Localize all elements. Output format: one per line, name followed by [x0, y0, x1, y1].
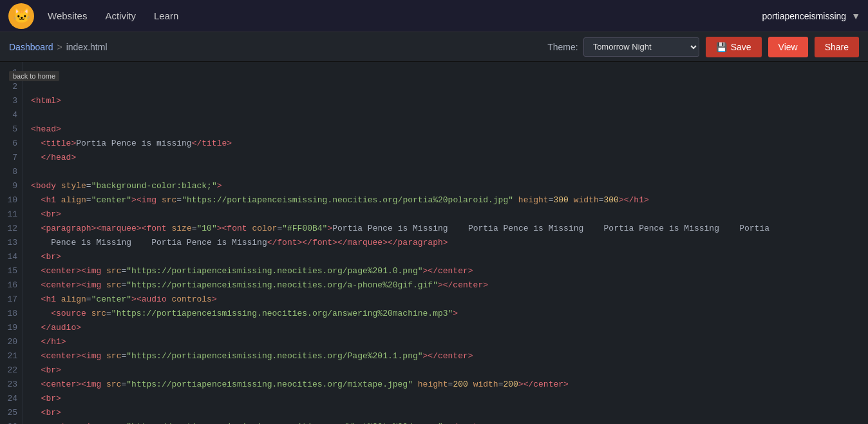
code-line: <br> — [31, 250, 868, 264]
line-number: 21 — [3, 349, 17, 363]
code-editor: 1234567891011121314151617181920212223242… — [0, 62, 868, 424]
code-line: <title>Portia Pence is missing</title> — [31, 137, 868, 151]
code-line: </head> — [31, 151, 868, 165]
code-line: <br> — [31, 207, 868, 222]
code-line — [31, 108, 868, 122]
code-line: <center><img src="https://portiapenceism… — [31, 378, 868, 392]
code-line: <head> — [31, 122, 868, 137]
save-icon: 💾 — [716, 42, 727, 52]
code-line: <br> — [31, 363, 868, 378]
line-number: 10 — [3, 193, 17, 207]
line-number: 16 — [3, 278, 17, 293]
line-number: 8 — [3, 165, 17, 179]
code-line: <center><img src="https://portiapenceism… — [31, 349, 868, 363]
code-line: <source src="https://portiapenceismissin… — [31, 307, 868, 321]
line-number: 7 — [3, 151, 17, 165]
breadcrumb-home[interactable]: Dashboard — [9, 42, 53, 52]
line-number: 3 — [3, 94, 17, 108]
code-line: <center><img src="https://portiapenceism… — [31, 278, 868, 293]
code-line: <html> — [31, 94, 868, 108]
nav-right: portiapenceismissing ▼ — [762, 11, 860, 21]
breadcrumb: Dashboard > index.html — [9, 42, 541, 52]
nav-username[interactable]: portiapenceismissing — [762, 11, 846, 21]
toolbar: Dashboard > index.html Theme: Tomorrow N… — [0, 32, 868, 62]
line-number: 2 — [3, 80, 17, 94]
line-number: 9 — [3, 179, 17, 193]
line-number: 4 — [3, 108, 17, 122]
code-line: <h1 align="center"><audio controls> — [31, 293, 868, 307]
code-line: <center><img src="https://portiapenceism… — [31, 264, 868, 278]
line-number: 26 — [3, 420, 17, 424]
line-number: 22 — [3, 363, 17, 378]
code-line: <br> — [31, 406, 868, 420]
top-navigation: 🐱 Websites Activity Learn portiapenceism… — [0, 0, 868, 32]
breadcrumb-separator: > — [57, 42, 62, 52]
nav-learn[interactable]: Learn — [154, 10, 178, 21]
line-number: 11 — [3, 207, 17, 222]
line-number: 5 — [3, 122, 17, 137]
line-number: 13 — [3, 236, 17, 250]
view-button[interactable]: View — [768, 37, 808, 57]
code-line: <body style="background-color:black;"> — [31, 179, 868, 193]
code-line: <h1 align="center"><img src="https://por… — [31, 193, 868, 207]
line-number: 23 — [3, 378, 17, 392]
breadcrumb-file: index.html — [66, 42, 108, 52]
code-line: </audio> — [31, 321, 868, 335]
save-label: Save — [731, 42, 751, 52]
code-area[interactable]: <html><head> <title>Portia Pence is miss… — [23, 62, 868, 424]
code-line: Pence is Missing Portia Pence is Missing… — [31, 236, 868, 250]
svg-text:🐱: 🐱 — [13, 7, 31, 25]
code-line: <center><img src="https://portiapenceism… — [31, 420, 868, 424]
line-number: 19 — [3, 321, 17, 335]
code-line — [31, 165, 868, 179]
logo[interactable]: 🐱 — [8, 3, 35, 30]
code-line: </h1> — [31, 335, 868, 349]
nav-websites[interactable]: Websites — [48, 10, 87, 21]
theme-section: Theme: Tomorrow Night Default Monokai Dr… — [547, 37, 699, 57]
code-line: <paragraph><marquee><font size="10"><fon… — [31, 222, 868, 236]
theme-label: Theme: — [547, 42, 578, 52]
line-number: 20 — [3, 335, 17, 349]
line-number: 15 — [3, 264, 17, 278]
save-button[interactable]: 💾 Save — [706, 37, 762, 57]
line-number: 12 — [3, 222, 17, 236]
line-number: 1 — [3, 66, 17, 80]
line-number: 17 — [3, 293, 17, 307]
line-number: 14 — [3, 250, 17, 264]
chevron-down-icon[interactable]: ▼ — [851, 11, 860, 21]
line-number: 6 — [3, 137, 17, 151]
nav-activity[interactable]: Activity — [105, 10, 136, 21]
line-number: 24 — [3, 392, 17, 406]
code-line: <br> — [31, 392, 868, 406]
line-number: 18 — [3, 307, 17, 321]
line-number: 25 — [3, 406, 17, 420]
line-numbers: 1234567891011121314151617181920212223242… — [0, 62, 23, 424]
theme-select[interactable]: Tomorrow Night Default Monokai Dracula S… — [583, 37, 699, 57]
nav-links: Websites Activity Learn — [48, 10, 762, 21]
share-button[interactable]: Share — [815, 37, 859, 57]
